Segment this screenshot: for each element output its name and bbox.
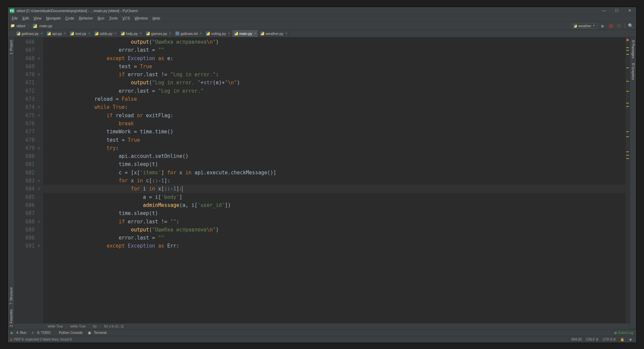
fold-marker[interactable]: ⊟ [37, 177, 41, 185]
fold-marker[interactable]: ⊟ [37, 112, 41, 120]
line-number[interactable]: 678 [14, 136, 35, 144]
close-button[interactable]: ✕ [625, 8, 634, 13]
code-line[interactable]: output("Ошибка исправлена\n") [46, 38, 626, 46]
code-line[interactable]: try: [46, 144, 626, 152]
tab-close-button[interactable]: × [254, 32, 256, 35]
tab-close-button[interactable]: × [286, 32, 288, 35]
tool-tab-r-graphics[interactable]: R Graphics [631, 61, 636, 82]
editor-tab[interactable]: gallows.py× [14, 30, 45, 37]
error-stripe[interactable] [626, 37, 630, 323]
line-number[interactable]: 683 [14, 177, 35, 185]
code-line[interactable]: except Exception as e: [46, 54, 626, 62]
code-line[interactable]: api.account.setOnline() [46, 152, 626, 160]
line-number[interactable]: 687 [14, 209, 35, 217]
warning-marker[interactable] [626, 106, 629, 107]
warning-marker[interactable] [626, 131, 629, 132]
line-number[interactable]: 688 [14, 218, 35, 226]
tool-tab-r-packages[interactable]: R Packages [631, 38, 636, 60]
menu-help[interactable]: Help [150, 15, 162, 21]
editor-tab[interactable]: weather.py× [258, 30, 290, 37]
line-number[interactable]: 674 [14, 103, 35, 111]
menu-vcs[interactable]: VCS [120, 15, 132, 21]
tab-close-button[interactable]: × [169, 32, 171, 35]
tab-close-button[interactable]: × [88, 32, 90, 35]
code-line[interactable]: break [46, 120, 626, 128]
warning-marker[interactable] [626, 47, 629, 48]
line-number[interactable]: 675 [14, 112, 35, 120]
nav-file[interactable]: main.py [39, 24, 52, 28]
line-number[interactable]: 673 [14, 95, 35, 103]
code-line[interactable]: if error.last != "": [46, 218, 626, 226]
line-number[interactable]: 677 [14, 128, 35, 136]
menu-view[interactable]: View [32, 15, 44, 21]
code-line[interactable]: adminMessage(a, i['user_id']) [46, 201, 626, 209]
editor-tab[interactable]: gallows.txt× [174, 30, 204, 37]
tab-close-button[interactable]: × [41, 32, 43, 35]
menu-tools[interactable]: Tools [107, 15, 120, 21]
code-line[interactable]: output("Ошибка исправлена\n") [46, 226, 626, 234]
warning-marker[interactable] [626, 158, 629, 159]
fold-marker[interactable]: ⊟ [37, 242, 41, 250]
warning-marker[interactable] [626, 136, 629, 137]
code-line[interactable]: error.last = "" [46, 234, 626, 242]
tab-close-button[interactable]: × [228, 32, 230, 35]
tool-tab-favorites[interactable]: 2: Favorites [9, 307, 14, 329]
editor-tab[interactable]: games.py× [144, 30, 174, 37]
code-line[interactable]: while True: [46, 103, 626, 111]
line-number[interactable]: 690 [14, 234, 35, 242]
code-line[interactable]: for x in c[::-1]: [46, 177, 626, 185]
line-number[interactable]: 671 [14, 79, 35, 87]
warning-marker[interactable] [626, 103, 629, 103]
tool-tab-project[interactable]: 1: Project [9, 38, 14, 56]
breadcrumb-item[interactable]: for x in c[::-1] [103, 324, 125, 328]
line-number[interactable]: 669 [14, 62, 35, 71]
editor-tab[interactable]: help.py× [119, 30, 144, 37]
line-number[interactable]: 679 [14, 144, 35, 152]
code-line[interactable]: output("Log in error. "+str(e)+"\n") [46, 79, 626, 87]
line-number[interactable]: 689 [14, 226, 35, 234]
code-line[interactable]: error.last = "" [46, 46, 626, 54]
warning-marker[interactable] [626, 50, 629, 51]
warning-marker[interactable] [626, 155, 629, 156]
tab-close-button[interactable]: × [200, 32, 202, 35]
search-everywhere-button[interactable]: 🔍 [628, 23, 634, 29]
line-number[interactable]: 667 [14, 46, 35, 54]
fold-marker[interactable]: ⊟ [37, 54, 41, 62]
fold-marker[interactable]: ⊟ [37, 144, 41, 152]
editor-tab[interactable]: main.py× [232, 30, 258, 37]
menu-window[interactable]: Window [133, 15, 150, 21]
fold-marker[interactable]: ⊟ [37, 185, 41, 193]
line-number[interactable]: 668 [14, 54, 35, 62]
tool-event-log[interactable]: ◉ Event Log [613, 331, 634, 335]
run-button[interactable]: ▶ [600, 23, 606, 29]
editor-tab[interactable]: api.py× [45, 30, 68, 37]
tool-todo[interactable]: ✔ 6: TODO [31, 331, 51, 335]
code-line[interactable]: a = i['body'] [46, 193, 626, 201]
line-gutter[interactable]: ⊟⊟⊟⊟⊟⊟⊟⊟⊟ 666667668669670671672673674675… [14, 37, 43, 323]
editor-tab[interactable]: test.py× [68, 30, 92, 37]
run-configuration-selector[interactable]: weather ▼ [571, 23, 598, 29]
menu-edit[interactable]: Edit [20, 15, 31, 21]
warning-marker[interactable] [626, 68, 629, 68]
code-area[interactable]: output("Ошибка исправлена\n") error.last… [43, 37, 626, 323]
line-number[interactable]: 691 [14, 242, 35, 250]
status-encoding[interactable]: UTF-8 ⇵ [600, 338, 618, 341]
stop-button[interactable] [616, 23, 622, 29]
editor-tab[interactable]: adds.py× [93, 30, 119, 37]
line-number[interactable]: 686 [14, 201, 35, 209]
status-hector-icon[interactable]: ☻ [626, 338, 634, 341]
code-line[interactable]: error.last = "Log in error." [46, 87, 626, 95]
status-caret-position[interactable]: 684:30 [569, 338, 584, 341]
tool-tab-structure[interactable]: 7: Structure [9, 285, 14, 307]
tab-close-button[interactable]: × [114, 32, 116, 35]
menu-run[interactable]: Run [96, 15, 106, 21]
tool-run[interactable]: ▶ 4: Run [10, 331, 27, 335]
warning-marker[interactable] [626, 81, 629, 82]
menu-file[interactable]: File [10, 15, 20, 21]
line-number[interactable]: 684 [14, 185, 35, 193]
warning-marker[interactable] [626, 54, 629, 55]
code-line[interactable]: test = True [46, 62, 626, 71]
breadcrumb-item[interactable]: try [92, 324, 98, 328]
nav-project[interactable]: vkbot [16, 24, 25, 28]
code-line[interactable]: time.sleep(t) [46, 209, 626, 217]
